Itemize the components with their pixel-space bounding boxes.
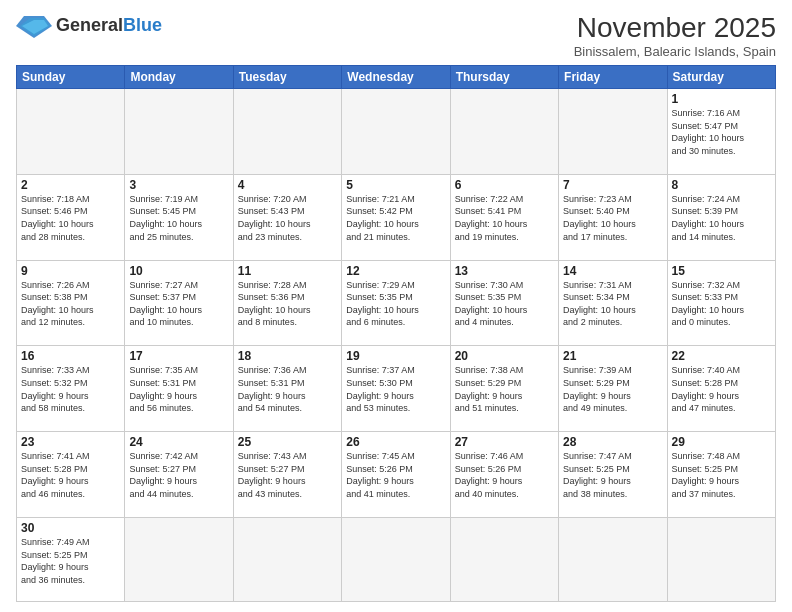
calendar-cell: 7Sunrise: 7:23 AM Sunset: 5:40 PM Daylig…: [559, 174, 667, 260]
day-info: Sunrise: 7:38 AM Sunset: 5:29 PM Dayligh…: [455, 364, 554, 414]
calendar-cell: [125, 518, 233, 602]
calendar-cell: 6Sunrise: 7:22 AM Sunset: 5:41 PM Daylig…: [450, 174, 558, 260]
day-info: Sunrise: 7:16 AM Sunset: 5:47 PM Dayligh…: [672, 107, 771, 157]
day-number: 6: [455, 178, 554, 192]
calendar-cell: 11Sunrise: 7:28 AM Sunset: 5:36 PM Dayli…: [233, 260, 341, 346]
day-number: 23: [21, 435, 120, 449]
calendar-cell: 14Sunrise: 7:31 AM Sunset: 5:34 PM Dayli…: [559, 260, 667, 346]
day-number: 13: [455, 264, 554, 278]
day-info: Sunrise: 7:39 AM Sunset: 5:29 PM Dayligh…: [563, 364, 662, 414]
day-number: 12: [346, 264, 445, 278]
calendar-cell: [125, 89, 233, 175]
day-number: 25: [238, 435, 337, 449]
calendar-cell: 8Sunrise: 7:24 AM Sunset: 5:39 PM Daylig…: [667, 174, 775, 260]
calendar-cell: 23Sunrise: 7:41 AM Sunset: 5:28 PM Dayli…: [17, 432, 125, 518]
calendar-cell: 29Sunrise: 7:48 AM Sunset: 5:25 PM Dayli…: [667, 432, 775, 518]
calendar-cell: [233, 518, 341, 602]
day-info: Sunrise: 7:32 AM Sunset: 5:33 PM Dayligh…: [672, 279, 771, 329]
day-number: 1: [672, 92, 771, 106]
day-number: 4: [238, 178, 337, 192]
calendar-cell: 28Sunrise: 7:47 AM Sunset: 5:25 PM Dayli…: [559, 432, 667, 518]
day-number: 28: [563, 435, 662, 449]
day-info: Sunrise: 7:43 AM Sunset: 5:27 PM Dayligh…: [238, 450, 337, 500]
day-info: Sunrise: 7:49 AM Sunset: 5:25 PM Dayligh…: [21, 536, 120, 586]
calendar-cell: 26Sunrise: 7:45 AM Sunset: 5:26 PM Dayli…: [342, 432, 450, 518]
logo-icon: [16, 12, 52, 40]
day-number: 9: [21, 264, 120, 278]
calendar-cell: [667, 518, 775, 602]
day-info: Sunrise: 7:21 AM Sunset: 5:42 PM Dayligh…: [346, 193, 445, 243]
calendar-cell: 16Sunrise: 7:33 AM Sunset: 5:32 PM Dayli…: [17, 346, 125, 432]
day-number: 17: [129, 349, 228, 363]
calendar-cell: [233, 89, 341, 175]
day-info: Sunrise: 7:47 AM Sunset: 5:25 PM Dayligh…: [563, 450, 662, 500]
day-info: Sunrise: 7:30 AM Sunset: 5:35 PM Dayligh…: [455, 279, 554, 329]
logo-blue: Blue: [123, 15, 162, 35]
day-info: Sunrise: 7:26 AM Sunset: 5:38 PM Dayligh…: [21, 279, 120, 329]
calendar-cell: 25Sunrise: 7:43 AM Sunset: 5:27 PM Dayli…: [233, 432, 341, 518]
day-number: 7: [563, 178, 662, 192]
month-year: November 2025: [574, 12, 776, 44]
day-number: 2: [21, 178, 120, 192]
day-number: 21: [563, 349, 662, 363]
day-info: Sunrise: 7:40 AM Sunset: 5:28 PM Dayligh…: [672, 364, 771, 414]
day-info: Sunrise: 7:18 AM Sunset: 5:46 PM Dayligh…: [21, 193, 120, 243]
calendar-cell: 19Sunrise: 7:37 AM Sunset: 5:30 PM Dayli…: [342, 346, 450, 432]
day-number: 8: [672, 178, 771, 192]
calendar-cell: [342, 518, 450, 602]
day-number: 3: [129, 178, 228, 192]
day-info: Sunrise: 7:42 AM Sunset: 5:27 PM Dayligh…: [129, 450, 228, 500]
page: GeneralBlue November 2025 Binissalem, Ba…: [0, 0, 792, 612]
location: Binissalem, Balearic Islands, Spain: [574, 44, 776, 59]
day-info: Sunrise: 7:23 AM Sunset: 5:40 PM Dayligh…: [563, 193, 662, 243]
calendar-cell: [17, 89, 125, 175]
day-info: Sunrise: 7:45 AM Sunset: 5:26 PM Dayligh…: [346, 450, 445, 500]
calendar-cell: 18Sunrise: 7:36 AM Sunset: 5:31 PM Dayli…: [233, 346, 341, 432]
day-number: 16: [21, 349, 120, 363]
calendar-cell: 17Sunrise: 7:35 AM Sunset: 5:31 PM Dayli…: [125, 346, 233, 432]
calendar-cell: 10Sunrise: 7:27 AM Sunset: 5:37 PM Dayli…: [125, 260, 233, 346]
weekday-header-row: SundayMondayTuesdayWednesdayThursdayFrid…: [17, 66, 776, 89]
week-row-2: 9Sunrise: 7:26 AM Sunset: 5:38 PM Daylig…: [17, 260, 776, 346]
weekday-header-tuesday: Tuesday: [233, 66, 341, 89]
day-info: Sunrise: 7:31 AM Sunset: 5:34 PM Dayligh…: [563, 279, 662, 329]
day-number: 30: [21, 521, 120, 535]
calendar-cell: 27Sunrise: 7:46 AM Sunset: 5:26 PM Dayli…: [450, 432, 558, 518]
day-info: Sunrise: 7:29 AM Sunset: 5:35 PM Dayligh…: [346, 279, 445, 329]
day-number: 29: [672, 435, 771, 449]
calendar-cell: [342, 89, 450, 175]
week-row-3: 16Sunrise: 7:33 AM Sunset: 5:32 PM Dayli…: [17, 346, 776, 432]
weekday-header-sunday: Sunday: [17, 66, 125, 89]
week-row-1: 2Sunrise: 7:18 AM Sunset: 5:46 PM Daylig…: [17, 174, 776, 260]
day-number: 20: [455, 349, 554, 363]
day-info: Sunrise: 7:28 AM Sunset: 5:36 PM Dayligh…: [238, 279, 337, 329]
day-info: Sunrise: 7:48 AM Sunset: 5:25 PM Dayligh…: [672, 450, 771, 500]
calendar-cell: 13Sunrise: 7:30 AM Sunset: 5:35 PM Dayli…: [450, 260, 558, 346]
weekday-header-saturday: Saturday: [667, 66, 775, 89]
day-info: Sunrise: 7:22 AM Sunset: 5:41 PM Dayligh…: [455, 193, 554, 243]
day-number: 26: [346, 435, 445, 449]
day-number: 22: [672, 349, 771, 363]
title-block: November 2025 Binissalem, Balearic Islan…: [574, 12, 776, 59]
day-info: Sunrise: 7:19 AM Sunset: 5:45 PM Dayligh…: [129, 193, 228, 243]
day-number: 19: [346, 349, 445, 363]
day-number: 14: [563, 264, 662, 278]
calendar-cell: [450, 89, 558, 175]
week-row-5: 30Sunrise: 7:49 AM Sunset: 5:25 PM Dayli…: [17, 518, 776, 602]
day-info: Sunrise: 7:46 AM Sunset: 5:26 PM Dayligh…: [455, 450, 554, 500]
calendar-cell: 20Sunrise: 7:38 AM Sunset: 5:29 PM Dayli…: [450, 346, 558, 432]
calendar-cell: 24Sunrise: 7:42 AM Sunset: 5:27 PM Dayli…: [125, 432, 233, 518]
weekday-header-wednesday: Wednesday: [342, 66, 450, 89]
calendar-cell: 3Sunrise: 7:19 AM Sunset: 5:45 PM Daylig…: [125, 174, 233, 260]
day-info: Sunrise: 7:41 AM Sunset: 5:28 PM Dayligh…: [21, 450, 120, 500]
day-info: Sunrise: 7:24 AM Sunset: 5:39 PM Dayligh…: [672, 193, 771, 243]
day-number: 27: [455, 435, 554, 449]
calendar-cell: 21Sunrise: 7:39 AM Sunset: 5:29 PM Dayli…: [559, 346, 667, 432]
week-row-0: 1Sunrise: 7:16 AM Sunset: 5:47 PM Daylig…: [17, 89, 776, 175]
calendar-cell: 30Sunrise: 7:49 AM Sunset: 5:25 PM Dayli…: [17, 518, 125, 602]
calendar-cell: [450, 518, 558, 602]
weekday-header-thursday: Thursday: [450, 66, 558, 89]
header: GeneralBlue November 2025 Binissalem, Ba…: [16, 12, 776, 59]
calendar-cell: 9Sunrise: 7:26 AM Sunset: 5:38 PM Daylig…: [17, 260, 125, 346]
day-number: 10: [129, 264, 228, 278]
